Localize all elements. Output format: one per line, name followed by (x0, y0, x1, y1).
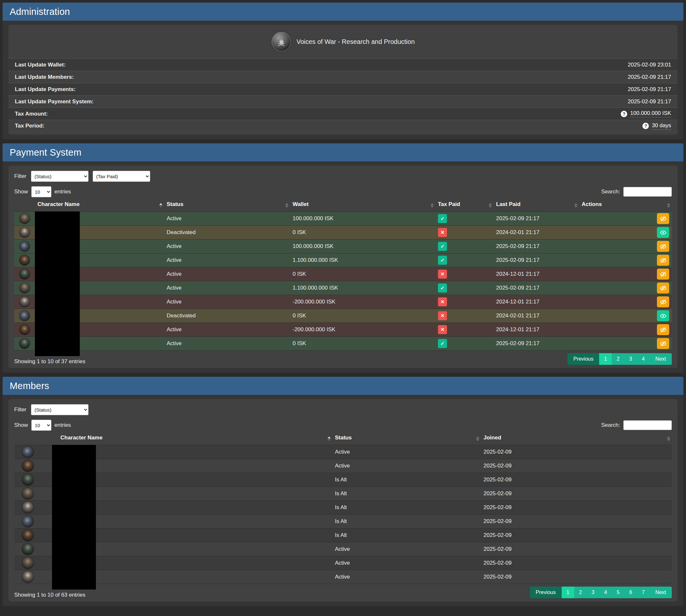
sort-icon (285, 203, 288, 207)
character-avatar (22, 502, 34, 513)
payment-row: Active100.000.000 ISK✓2025-02-09 21:17 (14, 212, 672, 226)
character-name-cell (58, 459, 333, 473)
page: Administration Voices of War - Research … (0, 0, 686, 613)
pagination-page-7-button[interactable]: 7 (637, 587, 649, 598)
help-icon[interactable]: ? (642, 123, 649, 129)
pagination-next-button[interactable]: Next (649, 587, 672, 598)
pagination-page-4-button[interactable]: 4 (637, 353, 649, 365)
status-cell: Is Alt (333, 487, 481, 501)
info-value-wrap: 2025-02-09 21:17 (628, 86, 671, 93)
last-paid-cell: 2025-02-09 21:17 (493, 337, 579, 351)
corp-info-list: Last Update Wallet:2025-02-09 23:01Last … (8, 59, 678, 132)
eye-slash-icon (660, 326, 667, 333)
character-avatar (22, 446, 34, 458)
sort-asc-icon (327, 437, 331, 441)
pagination-page-2-button[interactable]: 2 (612, 353, 624, 365)
last-paid-cell: 2024-12-01 21:17 (493, 323, 579, 337)
wallet-cell: 1.100.000.000 ISK (290, 281, 435, 295)
status-filter-select[interactable]: (Status) (31, 171, 88, 182)
members-summary: Showing 1 to 10 of 63 entries (14, 592, 85, 598)
payment-search-input[interactable] (623, 187, 672, 197)
column-header-wallet[interactable]: Wallet (290, 200, 435, 212)
column-header-status[interactable]: Status (333, 433, 481, 445)
info-label: Last Update Payments: (15, 86, 76, 93)
actions-cell (579, 323, 672, 337)
pagination-page-6-button[interactable]: 6 (624, 587, 637, 598)
payment-pagination: Previous1234Next (567, 353, 672, 365)
column-header-status[interactable]: Status (164, 200, 290, 212)
column-label: Last Paid (496, 201, 521, 207)
hide-character-button[interactable] (657, 255, 669, 266)
character-name-cell (58, 528, 333, 543)
hide-character-button[interactable] (657, 324, 669, 335)
payment-row: Active0 ISK✓2025-02-09 21:17 (14, 337, 672, 351)
column-label: Wallet (293, 201, 308, 207)
members-tbody: Active2025-02-09Active2025-02-09Is Alt20… (14, 445, 672, 584)
help-icon[interactable]: ? (621, 111, 627, 117)
character-avatar (19, 338, 30, 349)
joined-cell: 2025-02-09 (481, 473, 672, 487)
sort-icon (476, 437, 479, 441)
show-character-button[interactable] (657, 227, 669, 238)
character-avatar (19, 214, 30, 224)
avatar-cell (14, 501, 58, 514)
members-show-row: Show 10 entries Search: (14, 420, 672, 431)
sort-icon (574, 203, 578, 207)
tax-paid-filter-select[interactable]: (Tax Paid) (93, 171, 150, 182)
column-label: Status (167, 201, 184, 207)
pagination-page-3-button[interactable]: 3 (624, 353, 637, 365)
info-value: 2025-02-09 21:17 (628, 74, 671, 81)
pagination-previous-button[interactable]: Previous (567, 353, 599, 365)
info-row: Tax Period:?30 days (8, 120, 678, 132)
wallet-cell: 100.000.000 ISK (290, 240, 435, 254)
pagination-next-button[interactable]: Next (649, 353, 672, 365)
column-label: Status (335, 435, 352, 441)
filter-label: Filter (14, 173, 26, 179)
eye-slash-icon (660, 299, 667, 305)
pagination-page-1-button[interactable]: 1 (562, 587, 574, 598)
character-avatar (19, 269, 30, 279)
column-header-last-paid[interactable]: Last Paid (493, 200, 579, 212)
actions-cell (579, 281, 672, 295)
pagination-page-2-button[interactable]: 2 (574, 587, 587, 598)
column-header-actions[interactable]: Actions (579, 200, 672, 212)
hide-character-button[interactable] (657, 241, 669, 252)
column-header-character-name[interactable]: Character Name (35, 200, 164, 212)
payment-row: Active1.100.000.000 ISK✓2025-02-09 21:17 (14, 254, 672, 267)
avatar-cell (14, 254, 35, 267)
show-character-button[interactable] (657, 310, 669, 321)
info-row: Last Update Wallet:2025-02-09 23:01 (8, 59, 678, 71)
members-status-filter-select[interactable]: (Status) (31, 404, 88, 415)
hide-character-button[interactable] (657, 338, 669, 349)
redacted-names-overlay (52, 445, 96, 590)
character-name-cell (58, 556, 333, 570)
pagination-page-4-button[interactable]: 4 (599, 587, 612, 598)
character-name-cell (58, 445, 333, 459)
member-row: Is Alt2025-02-09 (14, 501, 672, 514)
info-label: Tax Amount: (15, 111, 48, 117)
status-cell: Active (164, 267, 290, 281)
info-value: 2025-02-09 21:17 (628, 86, 671, 93)
members-header: Members (3, 377, 683, 395)
column-label: Joined (484, 435, 501, 441)
hide-character-button[interactable] (657, 283, 669, 293)
search-label: Search: (601, 189, 620, 195)
pagination-page-5-button[interactable]: 5 (612, 587, 624, 598)
pagination-page-3-button[interactable]: 3 (587, 587, 599, 598)
tax-paid-cross-badge: ✕ (438, 228, 447, 237)
pagination-page-1-button[interactable]: 1 (599, 353, 612, 365)
column-header-joined[interactable]: Joined (481, 433, 672, 445)
members-search-input[interactable] (623, 420, 672, 430)
tax-paid-check-badge: ✓ (438, 284, 447, 292)
actions-cell (579, 337, 672, 351)
column-header-tax-paid[interactable]: Tax Paid (435, 200, 493, 212)
hide-character-button[interactable] (657, 269, 669, 280)
pagination-previous-button[interactable]: Previous (530, 587, 562, 598)
info-label: Last Update Payment System: (15, 98, 94, 105)
page-size-select[interactable]: 10 (31, 186, 51, 197)
hide-character-button[interactable] (657, 296, 669, 307)
status-cell: Deactivated (164, 309, 290, 323)
column-header-character-name[interactable]: Character Name (58, 433, 333, 445)
members-page-size-select[interactable]: 10 (31, 420, 51, 431)
hide-character-button[interactable] (657, 213, 669, 224)
